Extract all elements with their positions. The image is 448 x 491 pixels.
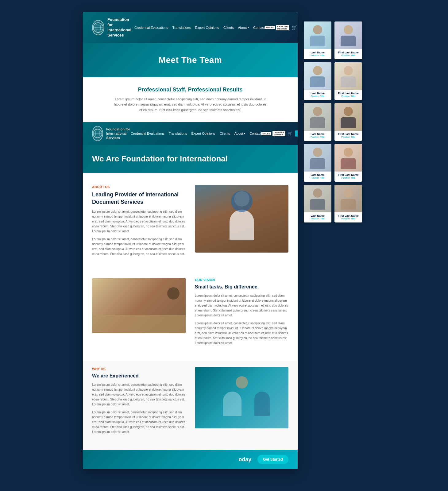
second-logo-text: Foundation for International Services [106,127,131,140]
second-naces-badges: NACES CHARTER MEMBER [261,131,285,136]
team-member-8-info: First Last Name Position Title [334,172,362,182]
second-my-account-button[interactable]: My Account [295,130,298,137]
team-member-3-title: Position Title [306,95,330,98]
cta-footer: oday Get Started [83,450,298,469]
team-member-5-title: Position Title [306,136,330,138]
second-nav-contact[interactable]: Contact [249,132,261,135]
team-member-5-name: Last Name [306,133,330,136]
team-member-7-name: Last Name [306,173,330,176]
about-label: ABOUT US [92,185,186,189]
team-row-2: Last Name Position Title First Last Name… [304,62,365,100]
vision-text-block: OUR VISION Small tasks. Big difference. … [195,278,288,349]
about-photo [195,185,288,253]
about-image-block [195,185,288,260]
team-row-3: Last Name Position Title First Last Name… [304,103,365,141]
team-member-3-name: Last Name [306,92,330,95]
team-photo-2 [334,21,362,49]
naces-badge: NACES [265,26,275,29]
team-member-10-title: Position Title [336,217,360,220]
team-row-4: Last Name Position Title First Last Name… [304,144,365,182]
nav-credential-evaluations[interactable]: Credential Evaluations [134,26,168,29]
team-member-4-info: First Last Name Position Title [334,90,362,100]
logo-text: Foundation for International Services [107,17,134,38]
foundation-banner: We Are Foundation for International [83,145,298,173]
team-member-5-info: Last Name Position Title [304,131,331,141]
cta-text: oday [238,456,251,463]
team-member-9: Last Name Position Title [304,185,331,222]
team-member-10: First Last Name Position Title [334,185,362,222]
whyus-section: WHY US We are Experienced Lorem ipsum do… [83,361,298,450]
team-photo-1 [304,21,331,49]
team-member-4: First Last Name Position Title [334,62,362,100]
second-nav-about[interactable]: About ▾ [234,132,245,135]
team-member-6: First Last Name Position Title [334,103,362,141]
team-photo-7 [304,144,331,172]
about-text-block: ABOUT US Leading Provider of Internation… [92,185,186,260]
logo-area: Foundation for International Services [92,17,134,38]
whyus-para2: Lorem ipsum dolor sit amet, consectetur … [92,410,186,435]
team-member-10-name: First Last Name [336,214,360,217]
nav-contact[interactable]: Contact [253,26,265,29]
cart-icon[interactable]: 🛒 [292,25,297,30]
vision-para2: Lorem ipsum dolor sit amet, consectetur … [195,321,288,346]
second-navbar: Foundation for International Services Cr… [83,122,298,145]
team-member-6-info: First Last Name Position Title [334,131,362,141]
team-member-10-info: First Last Name Position Title [334,212,362,222]
team-photo-3 [304,62,331,90]
second-naces-badge: NACES [261,132,271,135]
second-cart-icon[interactable]: 🛒 [288,131,292,136]
vision-para1: Lorem ipsum dolor sit amet, consectetur … [195,293,288,318]
team-member-9-name: Last Name [306,214,330,217]
about-para2: Lorem ipsum dolor sit amet, consectetur … [92,237,186,257]
charter-badge: CHARTER MEMBER [276,25,289,30]
second-nav-credential-evaluations[interactable]: Credential Evaluations [131,132,164,135]
vision-label: OUR VISION [195,278,288,282]
second-about-chevron-icon: ▾ [244,132,245,135]
team-member-3: Last Name Position Title [304,62,331,100]
nav-about[interactable]: About ▾ [238,26,249,29]
team-member-4-name: First Last Name [336,92,360,95]
foundation-title: We Are Foundation for International [92,154,288,164]
whyus-label: WHY US [92,367,186,371]
vision-image-block [92,278,186,349]
team-member-8: First Last Name Position Title [334,144,362,182]
hero-title: Meet The Team [92,55,288,65]
nav-clients[interactable]: Clients [223,26,234,29]
second-nav-clients[interactable]: Clients [220,132,230,135]
team-photo-8 [334,144,362,172]
second-logo-area: Foundation for International Services [92,126,131,141]
team-panel: Last Name Position Title First Last Name… [304,12,365,222]
about-chevron-icon: ▾ [248,26,249,29]
team-member-8-title: Position Title [336,176,360,179]
team-member-4-title: Position Title [336,95,360,98]
about-heading: Leading Provider of International Docume… [92,191,186,206]
nav-expert-opinions[interactable]: Expert Opinions [195,26,219,29]
whyus-text-block: WHY US We are Experienced Lorem ipsum do… [92,367,186,438]
team-row-1: Last Name Position Title First Last Name… [304,21,365,59]
nav-translations[interactable]: Translations [172,26,191,29]
team-member-1-title: Position Title [306,54,330,57]
team-member-5: Last Name Position Title [304,103,331,141]
team-member-7: Last Name Position Title [304,144,331,182]
team-member-7-info: Last Name Position Title [304,172,331,182]
hero-banner: Meet The Team [83,43,298,77]
second-nav-expert-opinions[interactable]: Expert Opinions [191,132,215,135]
team-member-3-info: Last Name Position Title [304,90,331,100]
whyus-photo [195,367,288,428]
team-photo-9 [304,185,331,212]
main-nav: Credential Evaluations Translations Expe… [134,26,265,29]
professional-heading: Professional Staff, Professional Results [98,87,282,93]
vision-section: OUR VISION Small tasks. Big difference. … [83,272,298,361]
team-member-7-title: Position Title [306,176,330,179]
nav-right-area: NACES CHARTER MEMBER 🛒 My Account [265,24,298,31]
second-nav-translations[interactable]: Translations [169,132,187,135]
naces-badges: NACES CHARTER MEMBER [265,25,289,30]
team-photo-4 [334,62,362,90]
whyus-para1: Lorem ipsum dolor sit amet, consectetur … [92,382,186,407]
team-row-5: Last Name Position Title First Last Name… [304,185,365,222]
team-member-6-name: First Last Name [336,133,360,136]
about-para1: Lorem ipsum dolor sit amet, consectetur … [92,209,186,234]
professional-section: Professional Staff, Professional Results… [83,77,298,122]
get-started-button[interactable]: Get Started [257,455,288,464]
team-member-9-info: Last Name Position Title [304,212,331,222]
